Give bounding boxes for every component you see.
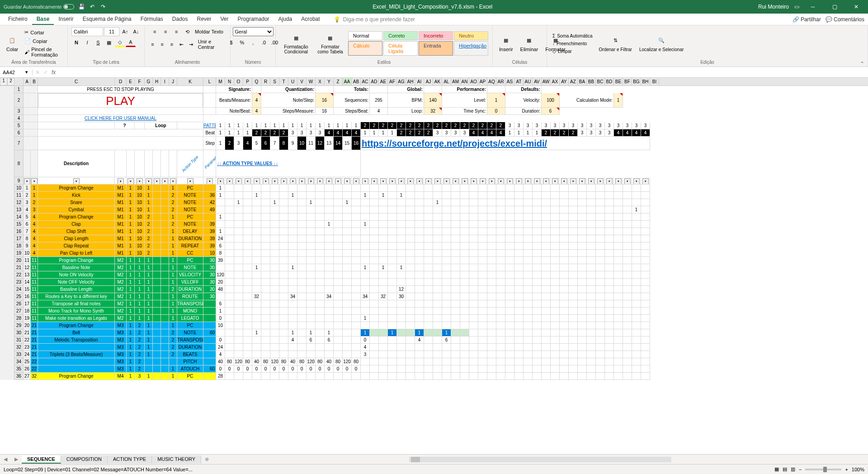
tab-inserir[interactable]: Inserir: [54, 14, 78, 25]
step-31-41[interactable]: [578, 337, 587, 344]
step-34-38[interactable]: [551, 358, 560, 365]
col-X[interactable]: X: [316, 78, 325, 85]
step-26-43[interactable]: [596, 300, 605, 308]
step-27-11[interactable]: [307, 308, 316, 315]
step-25-36[interactable]: [533, 293, 542, 300]
step-28-28[interactable]: [460, 315, 469, 322]
step-21-41[interactable]: [578, 264, 587, 271]
step-25-31[interactable]: [487, 293, 496, 300]
pattern-12[interactable]: 1: [316, 122, 325, 129]
row-4[interactable]: 4: [14, 115, 24, 122]
step-27-44[interactable]: [605, 308, 614, 315]
step-31-20[interactable]: [388, 337, 397, 344]
step-33-45[interactable]: [614, 351, 623, 358]
row-16[interactable]: 16: [14, 228, 24, 235]
step-10-48[interactable]: [641, 185, 650, 192]
step-33-10[interactable]: [297, 351, 307, 358]
step-26-33[interactable]: [505, 300, 514, 308]
step-19-44[interactable]: [605, 250, 614, 257]
step-32-39[interactable]: [560, 344, 569, 351]
step-21-23[interactable]: [415, 264, 424, 271]
col-C[interactable]: C: [38, 78, 115, 85]
pattern-8[interactable]: 1: [279, 122, 288, 129]
step-28-25[interactable]: [433, 315, 442, 322]
step-29-31[interactable]: [487, 322, 496, 329]
step-36-32[interactable]: [496, 373, 505, 380]
step-17-37[interactable]: [542, 235, 551, 242]
step-13-11[interactable]: [307, 206, 316, 213]
step-22-44[interactable]: [605, 271, 614, 279]
step-35-42[interactable]: [587, 365, 596, 373]
step-19-31[interactable]: [487, 250, 496, 257]
step-35-9[interactable]: 0: [288, 365, 297, 373]
pattern-7[interactable]: 1: [270, 122, 279, 129]
step-22-18[interactable]: [370, 271, 379, 279]
step-22-33[interactable]: [505, 271, 514, 279]
step-34-7[interactable]: 120: [270, 358, 279, 365]
row-14[interactable]: 14: [14, 213, 24, 221]
step-26-44[interactable]: [605, 300, 614, 308]
tab-programador[interactable]: Programador: [233, 14, 274, 25]
step-17-36[interactable]: [533, 235, 542, 242]
cut-button[interactable]: ✂ Cortar: [23, 28, 64, 36]
step-29-5[interactable]: [252, 322, 261, 329]
step-11-47[interactable]: [632, 192, 641, 199]
ribbon-options-icon[interactable]: ▭: [794, 4, 799, 10]
step-21-10[interactable]: [297, 264, 307, 271]
step-22-6[interactable]: [261, 271, 270, 279]
step-33-21[interactable]: [397, 351, 406, 358]
step-12-26[interactable]: [442, 199, 451, 206]
step-33-41[interactable]: [578, 351, 587, 358]
step-16-7[interactable]: [270, 228, 279, 235]
step-36-34[interactable]: [514, 373, 524, 380]
step-11-43[interactable]: [596, 192, 605, 199]
indent-inc-icon[interactable]: ⇥: [187, 40, 195, 49]
col-AG[interactable]: AG: [397, 78, 406, 85]
step-30-32[interactable]: [496, 329, 505, 337]
step-14-6[interactable]: [261, 213, 270, 221]
step-19-30[interactable]: [478, 250, 487, 257]
step-24-18[interactable]: [370, 286, 379, 293]
step-11-37[interactable]: [542, 192, 551, 199]
col-W[interactable]: W: [307, 78, 316, 85]
step-24-4[interactable]: [243, 286, 252, 293]
step-32-44[interactable]: [605, 344, 614, 351]
font-name-input[interactable]: [71, 27, 103, 36]
step-19-35[interactable]: [524, 250, 533, 257]
col-AM[interactable]: AM: [451, 78, 460, 85]
step-35-39[interactable]: [560, 365, 569, 373]
step-33-38[interactable]: [551, 351, 560, 358]
step-24-20[interactable]: [388, 286, 397, 293]
step-35-24[interactable]: [424, 365, 433, 373]
step-36-16[interactable]: [352, 373, 361, 380]
step-10-10[interactable]: [297, 185, 307, 192]
step-33-20[interactable]: [388, 351, 397, 358]
step-18-39[interactable]: [560, 242, 569, 250]
step-28-44[interactable]: [605, 315, 614, 322]
step-14-45[interactable]: [614, 213, 623, 221]
step-11-8[interactable]: [279, 192, 288, 199]
step-28-2[interactable]: [225, 315, 234, 322]
style-entrada[interactable]: Entrada: [419, 41, 453, 56]
step-18-42[interactable]: [587, 242, 596, 250]
step-16-18[interactable]: [370, 228, 379, 235]
step-21-4[interactable]: [243, 264, 252, 271]
step-12-31[interactable]: [487, 199, 496, 206]
step-10-14[interactable]: [334, 185, 343, 192]
step-13-30[interactable]: [478, 206, 487, 213]
step-13-32[interactable]: [496, 206, 505, 213]
col-AL[interactable]: AL: [442, 78, 451, 85]
step-28-7[interactable]: [270, 315, 279, 322]
step-33-36[interactable]: [533, 351, 542, 358]
step-20-17[interactable]: [361, 257, 370, 264]
step-27-45[interactable]: [614, 308, 623, 315]
step-25-39[interactable]: [560, 293, 569, 300]
step-11-42[interactable]: [587, 192, 596, 199]
row-19[interactable]: 19: [14, 250, 24, 257]
step-20-29[interactable]: [469, 257, 478, 264]
step-11-7[interactable]: [270, 192, 279, 199]
filter-button[interactable]: ▾: [263, 178, 269, 185]
step-19-47[interactable]: [632, 250, 641, 257]
sheet-music-theory[interactable]: MUSIC THEORY: [152, 455, 201, 464]
step-24-38[interactable]: [551, 286, 560, 293]
